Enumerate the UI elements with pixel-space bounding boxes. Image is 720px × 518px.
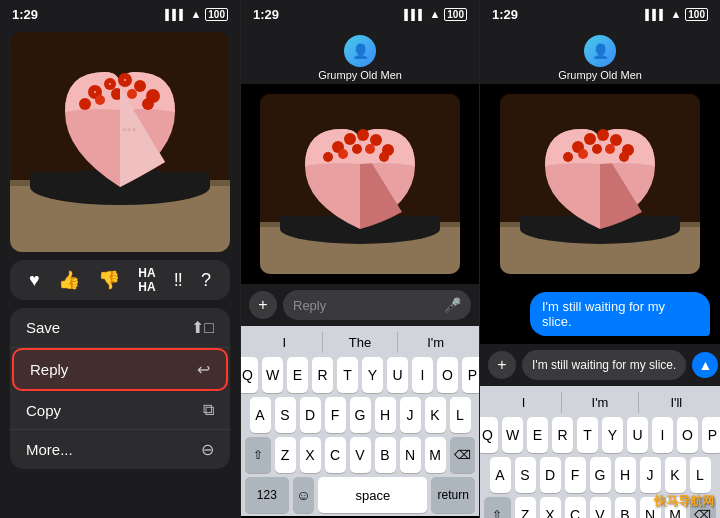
- key-r-3[interactable]: R: [552, 417, 573, 453]
- key-l-2[interactable]: L: [450, 397, 471, 433]
- pred-1-3[interactable]: I: [486, 392, 562, 413]
- key-g-2[interactable]: G: [350, 397, 371, 433]
- key-u-2[interactable]: U: [387, 357, 408, 393]
- key-d-2[interactable]: D: [300, 397, 321, 433]
- key-e-3[interactable]: E: [527, 417, 548, 453]
- key-row-3-2: ⇧ Z X C V B N M ⌫: [243, 437, 477, 473]
- add-button-3[interactable]: +: [488, 351, 516, 379]
- key-q-2[interactable]: Q: [240, 357, 258, 393]
- menu-more[interactable]: More... ⊖: [10, 430, 230, 469]
- key-g-3[interactable]: G: [590, 457, 611, 493]
- pred-2-2[interactable]: The: [323, 332, 399, 353]
- key-h-3[interactable]: H: [615, 457, 636, 493]
- key-d-3[interactable]: D: [540, 457, 561, 493]
- svg-point-10: [79, 98, 91, 110]
- chat-name-3: Grumpy Old Men: [558, 69, 642, 81]
- key-w-2[interactable]: W: [262, 357, 283, 393]
- reply-input-2[interactable]: Reply 🎤: [283, 290, 471, 320]
- key-o-3[interactable]: O: [677, 417, 698, 453]
- key-m-2[interactable]: M: [425, 437, 446, 473]
- key-s-3[interactable]: S: [515, 457, 536, 493]
- key-shift-3[interactable]: ⇧: [484, 497, 511, 518]
- svg-point-29: [323, 152, 333, 162]
- key-j-3[interactable]: J: [640, 457, 661, 493]
- key-c-2[interactable]: C: [325, 437, 346, 473]
- reaction-haha[interactable]: HAHA: [138, 266, 155, 294]
- key-b-2[interactable]: B: [375, 437, 396, 473]
- status-icons-2: ▌▌▌ ▲ 100: [404, 8, 467, 21]
- key-space-2[interactable]: space: [318, 477, 427, 513]
- key-v-2[interactable]: V: [350, 437, 371, 473]
- key-s-2[interactable]: S: [275, 397, 296, 433]
- key-l-3[interactable]: L: [690, 457, 711, 493]
- key-z-3[interactable]: Z: [515, 497, 536, 518]
- key-p-2[interactable]: P: [462, 357, 480, 393]
- key-n-2[interactable]: N: [400, 437, 421, 473]
- key-x-2[interactable]: X: [300, 437, 321, 473]
- key-t-3[interactable]: T: [577, 417, 598, 453]
- key-p-3[interactable]: P: [702, 417, 720, 453]
- key-z-2[interactable]: Z: [275, 437, 296, 473]
- key-i-3[interactable]: I: [652, 417, 673, 453]
- menu-reply-label: Reply: [30, 361, 68, 378]
- key-j-2[interactable]: J: [400, 397, 421, 433]
- key-f-3[interactable]: F: [565, 457, 586, 493]
- key-c-3[interactable]: C: [565, 497, 586, 518]
- chat-cake-3: [500, 94, 700, 274]
- svg-point-30: [338, 149, 348, 159]
- key-i-2[interactable]: I: [412, 357, 433, 393]
- menu-save[interactable]: Save ⬆︎□: [10, 308, 230, 348]
- svg-point-16: [109, 83, 111, 85]
- pred-3-3[interactable]: I'll: [639, 392, 714, 413]
- more-icon: ⊖: [201, 440, 214, 459]
- key-emoji-2[interactable]: ☺: [293, 477, 315, 513]
- key-row-bottom-2: 123 ☺ space return: [243, 477, 477, 513]
- key-a-2[interactable]: A: [250, 397, 271, 433]
- key-q-3[interactable]: Q: [480, 417, 498, 453]
- status-icons-3: ▌▌▌ ▲ 100: [645, 8, 708, 21]
- context-menu: Save ⬆︎□ Reply ↩ Copy ⧉ More... ⊖: [10, 308, 230, 469]
- key-w-3[interactable]: W: [502, 417, 523, 453]
- key-y-2[interactable]: Y: [362, 357, 383, 393]
- key-k-2[interactable]: K: [425, 397, 446, 433]
- key-t-2[interactable]: T: [337, 357, 358, 393]
- key-return-2[interactable]: return: [431, 477, 475, 513]
- battery-icon-2: 100: [444, 8, 467, 21]
- reaction-thumbsdown[interactable]: 👎: [98, 269, 120, 291]
- reply-icon: ↩: [197, 360, 210, 379]
- svg-point-11: [95, 95, 105, 105]
- key-r-2[interactable]: R: [312, 357, 333, 393]
- send-button-3[interactable]: ▲: [692, 352, 718, 378]
- key-x-3[interactable]: X: [540, 497, 561, 518]
- key-shift-2[interactable]: ⇧: [245, 437, 271, 473]
- pred-3-2[interactable]: I'm: [398, 332, 473, 353]
- key-y-3[interactable]: Y: [602, 417, 623, 453]
- reaction-heart[interactable]: ♥: [29, 270, 40, 291]
- reaction-thumbsup[interactable]: 👍: [58, 269, 80, 291]
- add-button-2[interactable]: +: [249, 291, 277, 319]
- key-v-3[interactable]: V: [590, 497, 611, 518]
- reaction-exclamation[interactable]: ‼: [174, 270, 183, 291]
- key-o-2[interactable]: O: [437, 357, 458, 393]
- key-a-3[interactable]: A: [490, 457, 511, 493]
- reaction-question[interactable]: ?: [201, 270, 211, 291]
- menu-reply[interactable]: Reply ↩: [12, 348, 228, 391]
- key-b-3[interactable]: B: [615, 497, 636, 518]
- key-delete-2[interactable]: ⌫: [450, 437, 476, 473]
- chat-name-2: Grumpy Old Men: [318, 69, 402, 81]
- reaction-bar: ♥ 👍 👎 HAHA ‼ ?: [10, 260, 230, 300]
- pred-1-2[interactable]: I: [247, 332, 323, 353]
- pred-2-3[interactable]: I'm: [562, 392, 638, 413]
- key-u-3[interactable]: U: [627, 417, 648, 453]
- key-e-2[interactable]: E: [287, 357, 308, 393]
- svg-text:●●●: ●●●: [122, 125, 137, 134]
- chat-body-3: [480, 84, 720, 284]
- svg-point-44: [563, 152, 573, 162]
- reply-input-3[interactable]: I'm still waiting for my slice.: [522, 350, 686, 380]
- menu-copy[interactable]: Copy ⧉: [10, 391, 230, 430]
- key-k-3[interactable]: K: [665, 457, 686, 493]
- key-h-2[interactable]: H: [375, 397, 396, 433]
- battery-icon: 100: [205, 8, 228, 21]
- key-f-2[interactable]: F: [325, 397, 346, 433]
- key-123-2[interactable]: 123: [245, 477, 289, 513]
